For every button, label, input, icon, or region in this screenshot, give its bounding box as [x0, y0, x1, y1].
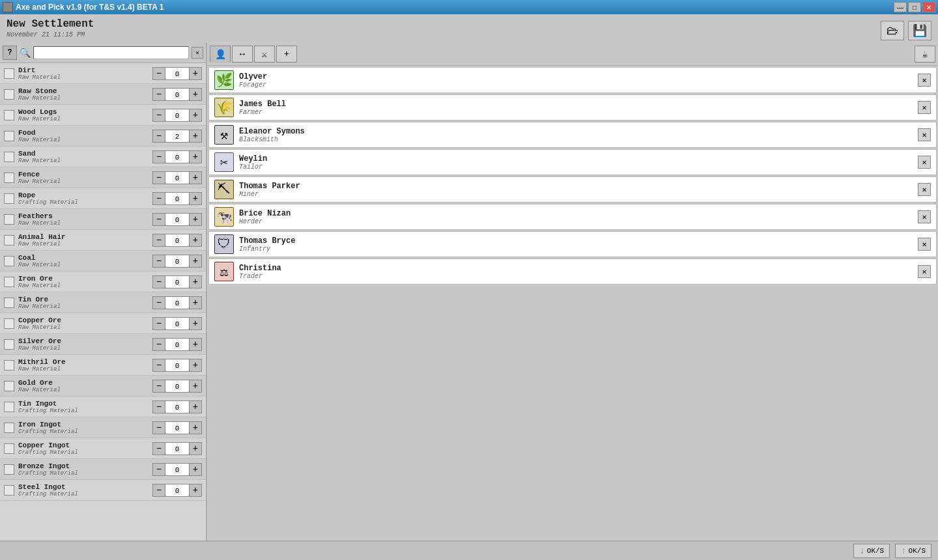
- settler-item: 🌿 Olyver Forager ✕: [208, 67, 937, 93]
- stepper-minus-2[interactable]: −: [152, 109, 165, 122]
- stepper-plus-12[interactable]: +: [189, 317, 202, 330]
- resource-checkbox-0[interactable]: [4, 68, 14, 79]
- settler-close-button-3[interactable]: ✕: [918, 156, 931, 169]
- resource-checkbox-10[interactable]: [4, 277, 14, 287]
- stepper-plus-19[interactable]: +: [189, 463, 202, 476]
- stepper-minus-18[interactable]: −: [152, 442, 165, 455]
- stepper-plus-17[interactable]: +: [189, 421, 202, 434]
- resource-checkbox-13[interactable]: [4, 339, 14, 350]
- stepper-minus-8[interactable]: −: [152, 234, 165, 247]
- resource-checkbox-16[interactable]: [4, 402, 14, 412]
- stepper-minus-6[interactable]: −: [152, 192, 165, 205]
- resource-checkbox-1[interactable]: [4, 89, 14, 100]
- resource-checkbox-6[interactable]: [4, 193, 14, 204]
- search-clear-button[interactable]: ✕: [192, 47, 203, 59]
- stepper-minus-0[interactable]: −: [152, 67, 165, 80]
- save-button[interactable]: 💾: [908, 21, 931, 40]
- stepper-minus-7[interactable]: −: [152, 213, 165, 226]
- stepper-minus-17[interactable]: −: [152, 421, 165, 434]
- stepper-plus-3[interactable]: +: [189, 130, 202, 143]
- stepper-plus-4[interactable]: +: [189, 150, 202, 163]
- close-button[interactable]: ✕: [922, 2, 935, 12]
- stepper-minus-19[interactable]: −: [152, 463, 165, 476]
- stepper-plus-18[interactable]: +: [189, 442, 202, 455]
- ok-s-up-button[interactable]: ↑ OK/S: [895, 544, 931, 558]
- resource-item: Silver Ore Raw Material − 0 +: [0, 334, 206, 355]
- resource-name-8: Animal Hair: [18, 233, 152, 241]
- settler-close-button-6[interactable]: ✕: [918, 238, 931, 251]
- stepper-plus-8[interactable]: +: [189, 234, 202, 247]
- resource-checkbox-9[interactable]: [4, 256, 14, 266]
- settler-close-button-2[interactable]: ✕: [918, 128, 931, 141]
- stepper-plus-11[interactable]: +: [189, 296, 202, 309]
- stepper-plus-5[interactable]: +: [189, 171, 202, 184]
- resource-checkbox-5[interactable]: [4, 173, 14, 183]
- stepper-plus-9[interactable]: +: [189, 255, 202, 268]
- resource-type-4: Raw Material: [18, 158, 152, 164]
- stepper-minus-16[interactable]: −: [152, 400, 165, 413]
- stepper-plus-13[interactable]: +: [189, 338, 202, 351]
- help-button[interactable]: ?: [3, 46, 17, 60]
- app-date: November 21 11:15 PM: [7, 31, 94, 38]
- settler-close-button-0[interactable]: ✕: [918, 74, 931, 87]
- stepper-minus-5[interactable]: −: [152, 171, 165, 184]
- tab-settlers[interactable]: 👤: [210, 46, 231, 63]
- search-input[interactable]: [33, 46, 189, 59]
- stepper-value-0: 0: [165, 67, 189, 80]
- stepper-plus-16[interactable]: +: [189, 400, 202, 413]
- settler-close-button-7[interactable]: ✕: [918, 265, 931, 278]
- resource-checkbox-14[interactable]: [4, 360, 14, 371]
- stepper-minus-10[interactable]: −: [152, 275, 165, 288]
- stepper-plus-14[interactable]: +: [189, 359, 202, 372]
- resource-checkbox-4[interactable]: [4, 152, 14, 162]
- minimize-button[interactable]: —: [894, 2, 907, 12]
- stepper-minus-15[interactable]: −: [152, 380, 165, 393]
- resource-checkbox-11[interactable]: [4, 298, 14, 308]
- stepper-plus-6[interactable]: +: [189, 192, 202, 205]
- resource-checkbox-20[interactable]: [4, 485, 14, 496]
- tab-skills[interactable]: ⚔: [254, 46, 275, 63]
- resource-checkbox-18[interactable]: [4, 443, 14, 454]
- stepper-minus-12[interactable]: −: [152, 317, 165, 330]
- tab-exchange[interactable]: ↔: [232, 46, 253, 63]
- settler-info-2: Eleanor Symons Blacksmith: [239, 127, 918, 143]
- resource-checkbox-17[interactable]: [4, 423, 14, 433]
- stepper-plus-1[interactable]: +: [189, 88, 202, 101]
- stepper-plus-10[interactable]: +: [189, 275, 202, 288]
- stepper-minus-20[interactable]: −: [152, 484, 165, 497]
- settler-close-button-1[interactable]: ✕: [918, 101, 931, 114]
- stepper-minus-14[interactable]: −: [152, 359, 165, 372]
- resource-name-5: Fence: [18, 171, 152, 178]
- stepper-minus-3[interactable]: −: [152, 130, 165, 143]
- resource-checkbox-2[interactable]: [4, 110, 14, 120]
- resource-info-12: Copper Ore Raw Material: [18, 316, 152, 331]
- stepper-minus-11[interactable]: −: [152, 296, 165, 309]
- stepper-plus-20[interactable]: +: [189, 484, 202, 497]
- ok-s-down-button[interactable]: ↓ OK/S: [853, 544, 890, 558]
- stepper-plus-15[interactable]: +: [189, 380, 202, 393]
- stepper-minus-4[interactable]: −: [152, 150, 165, 163]
- stepper-plus-0[interactable]: +: [189, 67, 202, 80]
- stepper-plus-2[interactable]: +: [189, 109, 202, 122]
- settler-item: 🌾 James Bell Farmer ✕: [208, 94, 937, 120]
- stepper-minus-13[interactable]: −: [152, 338, 165, 351]
- stepper-minus-1[interactable]: −: [152, 88, 165, 101]
- resource-checkbox-3[interactable]: [4, 131, 14, 141]
- resource-checkbox-19[interactable]: [4, 464, 14, 475]
- coffee-button[interactable]: ☕: [915, 46, 935, 63]
- folder-button[interactable]: 🗁: [881, 21, 904, 40]
- settler-avatar-3: ✂: [214, 152, 234, 172]
- resource-checkbox-7[interactable]: [4, 214, 14, 225]
- arrow-down-icon: ↓: [859, 546, 864, 556]
- resource-checkbox-12[interactable]: [4, 318, 14, 329]
- settler-close-button-4[interactable]: ✕: [918, 183, 931, 196]
- settler-role-7: Trader: [239, 273, 918, 280]
- settler-close-button-5[interactable]: ✕: [918, 210, 931, 223]
- tab-add[interactable]: +: [276, 46, 297, 63]
- resource-checkbox-8[interactable]: [4, 235, 14, 245]
- resource-info-6: Rope Crafting Material: [18, 191, 152, 206]
- maximize-button[interactable]: □: [908, 2, 921, 12]
- resource-checkbox-15[interactable]: [4, 381, 14, 391]
- stepper-minus-9[interactable]: −: [152, 255, 165, 268]
- stepper-plus-7[interactable]: +: [189, 213, 202, 226]
